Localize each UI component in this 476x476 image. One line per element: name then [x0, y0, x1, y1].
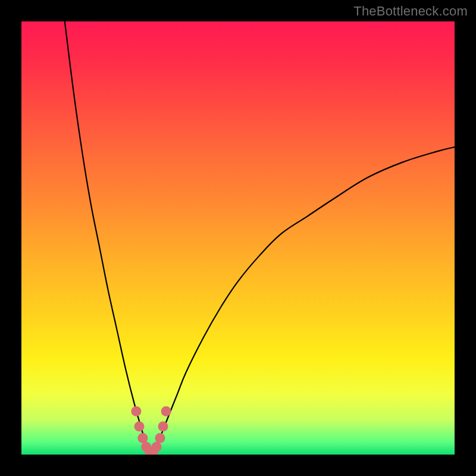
chart-frame: TheBottleneck.com	[0, 0, 476, 476]
valley-marker	[137, 433, 148, 443]
watermark-text: TheBottleneck.com	[353, 4, 468, 19]
curve-group	[65, 21, 455, 455]
valley-markers	[131, 406, 171, 455]
valley-marker	[131, 406, 141, 416]
bottleneck-curve-right	[151, 147, 455, 455]
chart-svg	[21, 21, 455, 455]
valley-marker	[134, 421, 145, 431]
valley-marker	[158, 421, 168, 431]
valley-marker	[152, 441, 162, 452]
valley-marker	[155, 433, 165, 443]
chart-plot-area	[21, 21, 455, 455]
valley-marker	[161, 406, 171, 416]
bottleneck-curve-left	[65, 21, 152, 455]
